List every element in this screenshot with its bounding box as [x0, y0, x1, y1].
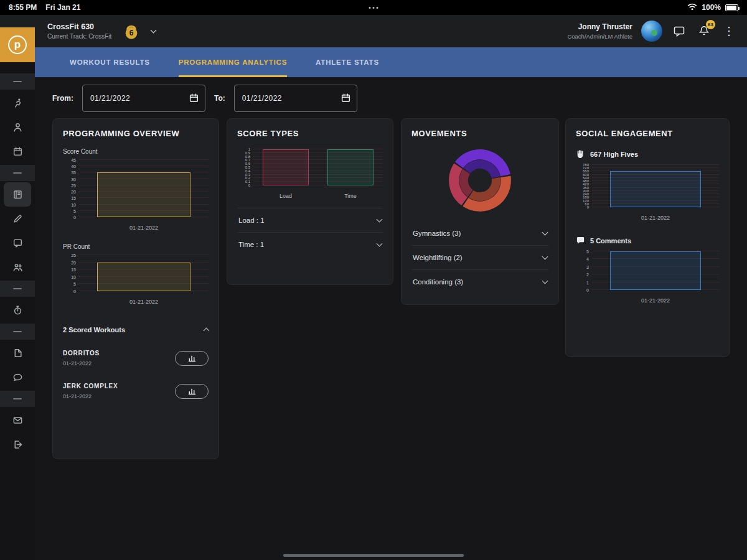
sidebar-item-chat[interactable]: [0, 365, 35, 390]
status-bar: 8:55 PM Fri Jan 21 100%: [0, 0, 747, 15]
to-date-field: [234, 85, 357, 112]
pencil-icon: [12, 213, 23, 224]
score-types-chart: 00.10.20.30.40.50.60.70.80.91 LoadTime: [237, 149, 383, 199]
chevron-down-icon: [377, 241, 383, 247]
score-type-label: Load : 1: [238, 217, 265, 224]
comment-icon: [12, 238, 23, 248]
chat-bubble-icon: [12, 372, 23, 383]
workout-date: 01-21-2022: [63, 393, 118, 399]
from-date-field: [82, 85, 205, 112]
sidebar-item-calendar[interactable]: [0, 139, 35, 164]
tab-bar: WORKOUT RESULTS PROGRAMMING ANALYTICS AT…: [35, 47, 747, 77]
status-ellipsis-icon: [369, 7, 378, 9]
status-time: 8:55 PM: [9, 3, 37, 12]
workout-name: DORRITOS: [63, 350, 100, 357]
high-fives-row: 667 High Fives: [576, 149, 719, 159]
gym-dropdown-chevron-icon: [151, 27, 157, 34]
notification-badge: 63: [706, 20, 715, 29]
workout-date: 01-21-2022: [63, 360, 100, 366]
scored-workouts-label: 2 Scored Workouts: [63, 326, 125, 334]
journal-icon: [12, 189, 23, 200]
sidebar-item-athletes[interactable]: [0, 115, 35, 139]
score-type-row-load[interactable]: Load : 1: [237, 208, 383, 232]
card-title: SOCIAL ENGAGEMENT: [576, 129, 719, 138]
calendar-icon[interactable]: [341, 93, 351, 106]
high-five-hand-icon: [576, 149, 585, 159]
sidebar-section-divider: [0, 73, 35, 90]
sidebar-item-community[interactable]: [0, 255, 35, 279]
sidebar-item-programming[interactable]: [4, 182, 31, 207]
to-date-input[interactable]: [234, 85, 357, 112]
score-type-row-time[interactable]: Time : 1: [237, 232, 383, 256]
sidebar-item-documents[interactable]: [0, 341, 35, 365]
card-title: PROGRAMMING OVERVIEW: [63, 129, 209, 138]
mail-icon: [12, 415, 23, 426]
movements-donut-chart: [444, 144, 516, 217]
movement-row-weightlifting[interactable]: Weightlifting (2): [411, 245, 548, 269]
movement-label: Weightlifting (2): [413, 254, 463, 261]
user-name: Jonny Thruster: [567, 22, 632, 31]
user-info: Jonny Thruster Coach/Admin/LM Athlete: [567, 22, 632, 40]
bar-chart-icon: [187, 387, 197, 395]
chevron-down-icon: [377, 217, 383, 223]
tab-programming-analytics[interactable]: PROGRAMMING ANALYTICS: [179, 47, 287, 77]
main-content: From: To: PROGRAMMING OVERVIEW Score Cou…: [35, 77, 747, 560]
movement-row-gymnastics[interactable]: Gymnastics (3): [411, 222, 548, 245]
chevron-down-icon: [542, 254, 548, 260]
calendar-icon[interactable]: [189, 93, 199, 106]
gym-name: CrossFit 630: [47, 22, 111, 31]
sidebar-section-divider: [0, 324, 35, 340]
svg-text:6: 6: [129, 29, 134, 37]
workout-chart-button[interactable]: [175, 384, 209, 399]
chat-button[interactable]: [671, 23, 687, 39]
from-date-input[interactable]: [82, 85, 205, 112]
timer-icon: [12, 305, 23, 315]
pr-count-label: PR Count: [63, 243, 209, 250]
document-icon: [12, 348, 23, 358]
collapse-chevron-icon: [204, 328, 210, 334]
pr-count-chart: 0510152025 01-21-2022: [63, 255, 209, 305]
sidebar-item-edit[interactable]: [0, 207, 35, 231]
battery-percent: 100%: [702, 3, 721, 12]
tab-athlete-stats[interactable]: ATHLETE STATS: [316, 47, 379, 77]
current-track: Current Track: CrossFit: [47, 33, 111, 40]
movement-row-conditioning[interactable]: Conditioning (3): [411, 269, 548, 294]
home-indicator[interactable]: [283, 554, 464, 557]
workout-row-jerk-complex: JERK COMPLEX 01-21-2022: [63, 383, 209, 399]
movement-label: Conditioning (3): [413, 278, 463, 286]
high-fives-chart: 060120180240300360420480540600660720780 …: [576, 165, 719, 221]
sidebar-item-workouts[interactable]: [0, 91, 35, 115]
high-fives-label: 667 High Fives: [590, 151, 638, 158]
user-roles: Coach/Admin/LM Athlete: [567, 33, 632, 40]
workout-chart-button[interactable]: [175, 351, 209, 366]
score-type-label: Time : 1: [238, 241, 264, 248]
scored-workouts-toggle[interactable]: 2 Scored Workouts: [63, 326, 209, 334]
programming-overview-card: PROGRAMMING OVERVIEW Score Count 0510152…: [52, 118, 219, 459]
runner-icon: [12, 98, 23, 108]
score-count-label: Score Count: [63, 148, 209, 155]
sidebar-item-messages[interactable]: [0, 231, 35, 255]
app-header: CrossFit 630 Current Track: CrossFit 6 J…: [0, 15, 747, 47]
social-engagement-card: SOCIAL ENGAGEMENT 667 High Fives 0601201…: [565, 118, 730, 357]
tab-workout-results[interactable]: WORKOUT RESULTS: [70, 47, 150, 77]
comment-bubble-icon: [576, 236, 585, 245]
sidebar-item-sign-out[interactable]: [0, 432, 35, 457]
movement-label: Gymnastics (3): [413, 230, 461, 237]
overflow-menu-button[interactable]: ⋮: [721, 23, 737, 39]
sidebar-section-divider: [0, 281, 35, 297]
sidebar-item-mail[interactable]: [0, 408, 35, 432]
overflow-menu-icon: ⋮: [723, 26, 735, 37]
app-logo[interactable]: p: [0, 27, 35, 62]
card-title: SCORE TYPES: [237, 129, 383, 138]
movements-card: MOVEMENTS Gymnastics (3) Weightlifting (…: [401, 118, 559, 305]
calendar-icon: [12, 146, 23, 157]
card-title: MOVEMENTS: [411, 129, 548, 138]
status-date: Fri Jan 21: [45, 3, 80, 12]
sidebar-item-timer[interactable]: [0, 298, 35, 322]
avatar[interactable]: [641, 21, 662, 42]
gym-selector[interactable]: CrossFit 630 Current Track: CrossFit 6: [47, 21, 156, 42]
chevron-down-icon: [542, 230, 548, 236]
comments-row: 5 Comments: [576, 236, 719, 245]
notifications-button[interactable]: 63: [696, 23, 712, 39]
score-types-card: SCORE TYPES 00.10.20.30.40.50.60.70.80.9…: [227, 118, 393, 285]
